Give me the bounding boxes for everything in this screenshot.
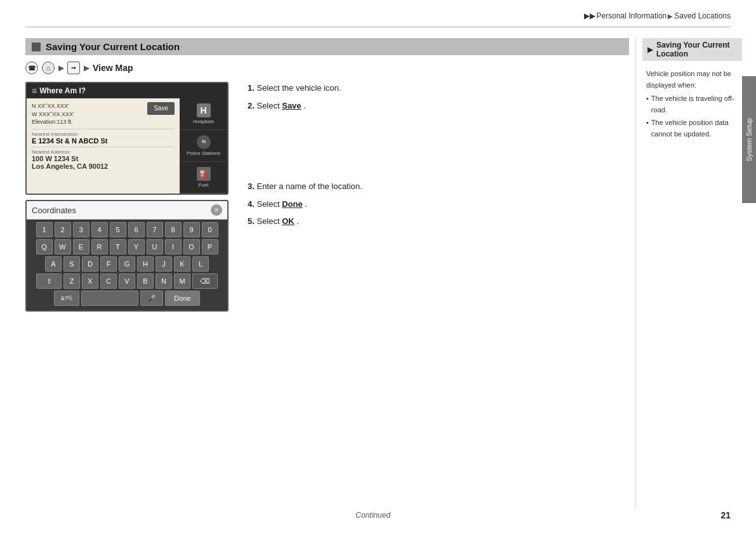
menu-icon: ≡ bbox=[32, 86, 37, 96]
nav-path-row: ☎ ⌂ ▶ ⇒ ▶ View Map bbox=[25, 62, 629, 74]
page-number: 21 bbox=[720, 510, 731, 520]
key-2[interactable]: 2 bbox=[55, 222, 71, 237]
right-panel-bullet2: The vehicle position data cannot be upda… bbox=[646, 117, 738, 140]
key-y[interactable]: Y bbox=[128, 239, 145, 254]
fuel-button[interactable]: ⛽ Fuel bbox=[180, 162, 227, 194]
key-w[interactable]: W bbox=[55, 239, 71, 254]
instructions-column: 1. Select the vehicle icon. 2. Select Sa… bbox=[248, 82, 629, 233]
key-o[interactable]: O bbox=[183, 239, 200, 254]
key-row-qwerty: Q W E R T Y U I O P bbox=[30, 239, 223, 254]
nav-screen-title: Where Am I? bbox=[39, 86, 86, 95]
instruction-step-5: 5. Select OK . bbox=[248, 215, 629, 228]
key-n[interactable]: N bbox=[156, 273, 172, 289]
phone-icon: ☎ bbox=[25, 62, 38, 74]
key-x[interactable]: X bbox=[82, 273, 98, 289]
key-symbols[interactable]: &?½ bbox=[54, 291, 79, 306]
continued-text: Continued bbox=[355, 511, 390, 520]
step5-text: Select bbox=[256, 216, 282, 226]
key-delete[interactable]: ⌫ bbox=[192, 273, 218, 289]
key-u[interactable]: U bbox=[147, 239, 163, 254]
key-row-bottom: &?½ 🎤 Done bbox=[30, 291, 223, 306]
police-icon: ⚑ bbox=[197, 135, 211, 149]
key-v[interactable]: V bbox=[119, 273, 135, 289]
key-q[interactable]: Q bbox=[36, 239, 53, 254]
nav-save-button[interactable]: Save bbox=[147, 102, 175, 115]
key-l[interactable]: L bbox=[192, 256, 209, 272]
breadcrumb-part2: Saved Locations bbox=[674, 11, 731, 20]
right-panel-note-intro: Vehicle position may not be displayed wh… bbox=[646, 69, 738, 91]
key-k[interactable]: K bbox=[174, 256, 190, 272]
sidebar-tab-label: System Setup bbox=[745, 118, 753, 161]
key-done[interactable]: Done bbox=[165, 291, 200, 306]
key-3[interactable]: 3 bbox=[73, 222, 90, 237]
keyboard-clear-button[interactable]: × bbox=[211, 204, 222, 216]
key-a[interactable]: A bbox=[45, 256, 62, 272]
key-6[interactable]: 6 bbox=[128, 222, 145, 237]
key-z[interactable]: Z bbox=[63, 273, 80, 289]
nav-intersection-street: E 1234 St & N ABCD St bbox=[32, 137, 175, 145]
key-space[interactable] bbox=[81, 291, 138, 306]
step2-num: 2. bbox=[248, 101, 255, 110]
step4-num: 4. bbox=[248, 199, 255, 209]
keyboard-input-text[interactable]: Coordinates bbox=[32, 206, 211, 215]
screenshots-column: ≡ Where Am I? Save N XX°XX.XXX' W XXX°XX… bbox=[25, 82, 235, 312]
nav-view-map-label: View Map bbox=[93, 63, 133, 73]
key-j[interactable]: J bbox=[156, 256, 172, 272]
step5-end: . bbox=[296, 216, 299, 226]
section-title: Saving Your Current Location bbox=[46, 41, 180, 52]
key-mic[interactable]: 🎤 bbox=[140, 291, 163, 306]
key-row-numbers: 1 2 3 4 5 6 7 8 9 0 bbox=[30, 222, 223, 237]
key-f[interactable]: F bbox=[100, 256, 117, 272]
main-content: Saving Your Current Location ☎ ⌂ ▶ ⇒ ▶ V… bbox=[25, 38, 629, 508]
key-t[interactable]: T bbox=[110, 239, 126, 254]
key-5[interactable]: 5 bbox=[110, 222, 126, 237]
instructions-spacer bbox=[248, 117, 629, 180]
step4-end: . bbox=[305, 199, 307, 209]
breadcrumb-arrows: ▶▶ bbox=[584, 11, 595, 20]
key-e[interactable]: E bbox=[73, 239, 90, 254]
step4-bold: Done bbox=[282, 199, 303, 209]
police-button[interactable]: ⚑ Police Stations bbox=[180, 130, 227, 162]
key-b[interactable]: B bbox=[137, 273, 154, 289]
key-c[interactable]: C bbox=[100, 273, 117, 289]
step4-text: Select bbox=[256, 199, 282, 209]
breadcrumb-arrow2: ▶ bbox=[668, 13, 673, 20]
hospitals-button[interactable]: H Hospitals bbox=[180, 98, 227, 130]
key-4[interactable]: 4 bbox=[91, 222, 108, 237]
nav-arrow1: ▶ bbox=[58, 64, 63, 72]
breadcrumb-part1: Personal Information bbox=[597, 11, 667, 20]
nav-address-label: Nearest Address: bbox=[32, 149, 175, 155]
nav-location-info: Save N XX°XX.XXX' W XXX°XX.XXX' Elevatio… bbox=[32, 102, 175, 126]
key-8[interactable]: 8 bbox=[165, 222, 182, 237]
key-7[interactable]: 7 bbox=[147, 222, 163, 237]
step1-num: 1. bbox=[248, 83, 255, 93]
step2-end: . bbox=[303, 101, 306, 110]
route-icon: ⇒ bbox=[67, 62, 80, 74]
sidebar-tab: System Setup bbox=[742, 76, 756, 203]
key-m[interactable]: M bbox=[174, 273, 190, 289]
key-9[interactable]: 9 bbox=[183, 222, 200, 237]
right-panel-bullet1: The vehicle is traveling off-road. bbox=[646, 93, 738, 115]
key-s[interactable]: S bbox=[63, 256, 80, 272]
nav-intersection: Nearest Intersection: E 1234 St & N ABCD… bbox=[32, 129, 175, 145]
step2-bold: Save bbox=[282, 101, 301, 110]
nav-arrow2: ▶ bbox=[84, 64, 89, 72]
nav-screen-body: Save N XX°XX.XXX' W XXX°XX.XXX' Elevatio… bbox=[27, 98, 227, 194]
key-shift[interactable]: ⇧ bbox=[36, 273, 62, 289]
key-0[interactable]: 0 bbox=[202, 222, 218, 237]
keyboard-input-bar: Coordinates × bbox=[27, 201, 227, 220]
right-panel-bullet2-text: The vehicle position data cannot be upda… bbox=[651, 117, 738, 140]
key-g[interactable]: G bbox=[119, 256, 135, 272]
nav-address-street: 100 W 1234 St bbox=[32, 155, 175, 162]
key-h[interactable]: H bbox=[137, 256, 154, 272]
key-1[interactable]: 1 bbox=[36, 222, 53, 237]
key-p[interactable]: P bbox=[202, 239, 218, 254]
key-r[interactable]: R bbox=[91, 239, 108, 254]
key-i[interactable]: I bbox=[165, 239, 182, 254]
top-divider bbox=[25, 27, 731, 27]
key-d[interactable]: D bbox=[82, 256, 98, 272]
breadcrumb: ▶▶ Personal Information ▶ Saved Location… bbox=[584, 11, 731, 20]
right-panel-title: Saving Your Current Location bbox=[656, 41, 737, 58]
section-title-icon bbox=[32, 43, 41, 51]
right-panel-content: Vehicle position may not be displayed wh… bbox=[642, 66, 742, 145]
